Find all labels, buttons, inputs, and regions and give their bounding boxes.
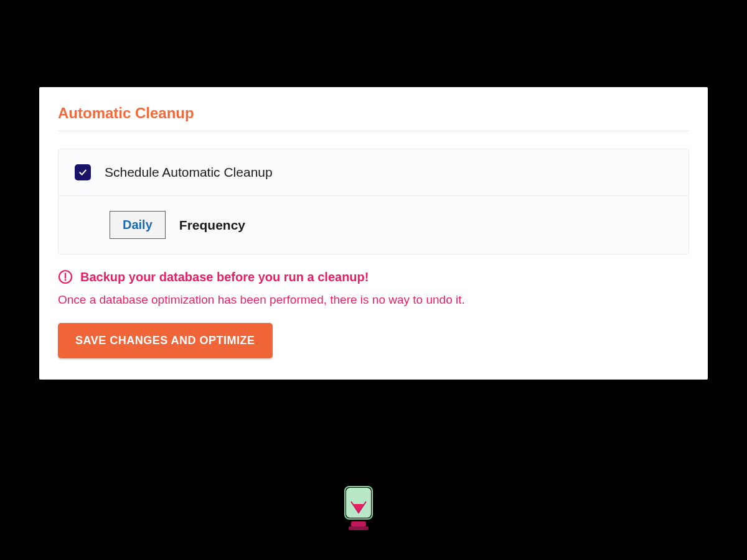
settings-box: Schedule Automatic Cleanup Daily Frequen… bbox=[58, 149, 689, 254]
divider bbox=[58, 131, 689, 131]
schedule-checkbox[interactable] bbox=[75, 164, 91, 180]
frequency-label: Frequency bbox=[179, 218, 245, 233]
checkmark-icon bbox=[78, 167, 88, 177]
svg-point-2 bbox=[65, 279, 67, 281]
svg-rect-6 bbox=[349, 526, 369, 530]
save-optimize-button[interactable]: SAVE CHANGES AND OPTIMIZE bbox=[58, 323, 273, 358]
schedule-row: Schedule Automatic Cleanup bbox=[59, 149, 688, 195]
warning-row: Backup your database before you run a cl… bbox=[58, 269, 689, 284]
warning-subtext: Once a database optimization has been pe… bbox=[58, 293, 689, 307]
schedule-label: Schedule Automatic Cleanup bbox=[105, 165, 273, 180]
frequency-row: Daily Frequency bbox=[59, 195, 688, 254]
frequency-select[interactable]: Daily bbox=[110, 211, 166, 239]
decorative-graphic bbox=[341, 485, 376, 535]
section-title: Automatic Cleanup bbox=[58, 105, 689, 122]
svg-rect-5 bbox=[351, 521, 366, 526]
warning-icon bbox=[58, 269, 73, 284]
warning-headline: Backup your database before you run a cl… bbox=[80, 270, 369, 284]
frequency-select-wrap: Daily bbox=[110, 211, 166, 239]
settings-panel: Automatic Cleanup Schedule Automatic Cle… bbox=[39, 87, 708, 380]
